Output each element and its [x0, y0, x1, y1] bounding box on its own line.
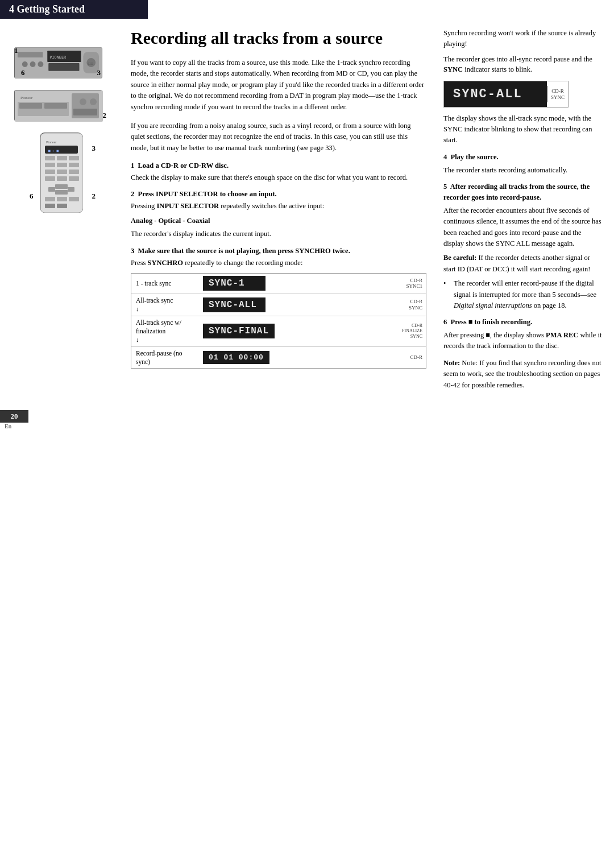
- sync-indicator-3: CD-RFINALIZESYNC: [402, 323, 422, 340]
- sync-row-1: 1 - track sync SYNC-1 CD-RSYNC1: [131, 274, 426, 294]
- step-2-header: 2 Press INPUT SELECTOR to choose an inpu…: [131, 190, 426, 199]
- svg-point-17: [80, 98, 86, 105]
- svg-point-2: [22, 61, 28, 67]
- bullet-text: The recorder will enter record-pause if …: [454, 278, 603, 311]
- step-2-sub-body: The recorder's display indicates the cur…: [131, 229, 426, 239]
- sync-all-display: SYNC-ALL CD-RSYNC: [443, 81, 569, 108]
- svg-rect-40: [45, 197, 55, 201]
- note-text: Note: Note: If you find that synchro rec…: [443, 358, 603, 391]
- svg-rect-30: [45, 170, 55, 174]
- step-1-heading: Load a CD-R or CD-RW disc.: [138, 162, 229, 170]
- svg-text:PIONEER: PIONEER: [49, 55, 67, 60]
- main-content: Recording all tracks from a source If yo…: [119, 19, 438, 400]
- step-5-number: 5: [443, 183, 447, 191]
- label-2b: 2: [92, 192, 96, 201]
- page-title: Recording all tracks from a source: [131, 28, 426, 48]
- svg-rect-34: [57, 176, 67, 181]
- step-4-heading: Play the source.: [451, 153, 499, 161]
- sync-label-2: All-track sync↓: [131, 294, 200, 316]
- step-5: 5 After recording all tracks from the so…: [443, 181, 603, 311]
- step-5-header: 5 After recording all tracks from the so…: [443, 181, 603, 203]
- device-image-3: Pioneer ■ ▸ ■: [14, 133, 111, 212]
- svg-rect-14: [19, 103, 42, 109]
- step-3-number: 3: [131, 247, 134, 255]
- step-2-heading: Press INPUT SELECTOR to choose an input.: [138, 190, 277, 198]
- display-caption: The display shows the all-track sync mod…: [443, 113, 603, 145]
- device-image-1: PIONEER CD 1 6 3: [14, 47, 111, 78]
- svg-rect-39: [68, 187, 74, 192]
- sync-display-2: SYNC-ALL: [203, 297, 265, 312]
- sync-indicator-4: CD-R: [410, 354, 422, 361]
- svg-rect-7: [48, 63, 79, 71]
- svg-rect-42: [69, 197, 79, 201]
- sync-display-4: 01 01 00:00: [203, 351, 269, 364]
- sync-display-cell-3: SYNC-FINAL CD-RFINALIZESYNC: [200, 321, 426, 342]
- sync-display-cell-1: SYNC-1 CD-RSYNC1: [200, 274, 426, 293]
- step-4-body: The recorder starts recording automatica…: [443, 165, 603, 176]
- svg-text:Pioneer: Pioneer: [20, 96, 33, 100]
- sync-display-cell-4: 01 01 00:00 CD-R: [200, 349, 426, 366]
- device-unit-2: Pioneer: [14, 90, 102, 121]
- step-5-body-text: After the recorder encounters about five…: [443, 205, 603, 250]
- page-number: 20: [0, 410, 28, 423]
- remote-control: Pioneer ■ ▸ ■: [40, 133, 82, 212]
- device-image-2: Pioneer 2: [14, 90, 111, 121]
- step-3: 3 Make sure that the source is not playi…: [131, 247, 426, 369]
- svg-text:Pioneer: Pioneer: [46, 140, 56, 144]
- svg-rect-37: [55, 190, 68, 195]
- svg-point-18: [90, 98, 97, 105]
- step-6-number: 6: [443, 318, 447, 326]
- label-3b: 3: [92, 144, 96, 153]
- device-unit-1-svg: PIONEER CD: [15, 47, 102, 78]
- sync-display-1: SYNC-1: [203, 276, 265, 291]
- chapter-header: 4 Getting Started: [0, 0, 148, 19]
- svg-point-3: [30, 61, 36, 67]
- sync-label-1: 1 - track sync: [131, 277, 200, 290]
- intro-para-1: If you want to copy all the tracks from …: [131, 57, 426, 113]
- svg-rect-31: [57, 170, 67, 174]
- svg-rect-28: [57, 163, 67, 167]
- step-3-body: Press SYNCHRO repeatedly to change the r…: [131, 258, 426, 268]
- svg-point-4: [38, 61, 43, 67]
- svg-rect-15: [44, 103, 67, 109]
- step-1: 1 Load a CD-R or CD-RW disc. Check the d…: [131, 162, 426, 183]
- step-4-number: 4: [443, 153, 447, 161]
- svg-rect-29: [69, 163, 79, 167]
- step-6-body-text: After pressing ■, the display shows PMA …: [443, 330, 603, 352]
- remote-svg: Pioneer ■ ▸ ■: [40, 133, 83, 213]
- sync-all-indicator: CD-RSYNC: [547, 86, 568, 103]
- sync-all-screen: SYNC-ALL: [444, 81, 547, 107]
- step-5-heading: After recording all tracks from the sour…: [443, 183, 590, 201]
- svg-rect-44: [57, 204, 67, 208]
- step-1-number: 1: [131, 162, 134, 170]
- svg-rect-1: [18, 52, 43, 57]
- label-6: 6: [21, 68, 25, 77]
- step-3-heading: Make sure that the source is not playing…: [138, 247, 350, 255]
- label-3: 3: [97, 68, 101, 77]
- svg-rect-41: [57, 197, 67, 201]
- step-4-header: 4 Play the source.: [443, 152, 603, 163]
- step-2: 2 Press INPUT SELECTOR to choose an inpu…: [131, 190, 426, 239]
- intro-para-2: If you are recording from a noisy analog…: [131, 121, 426, 154]
- svg-rect-32: [69, 170, 79, 174]
- step-5-body: After the recorder encounters about five…: [443, 205, 603, 311]
- right-intro-text: Synchro recording won't work if the sour…: [443, 28, 603, 49]
- sync-row-4: Record-pause (no sync) 01 01 00:00 CD-R: [131, 347, 426, 369]
- svg-rect-19: [73, 109, 97, 115]
- sync-display-cell-2: SYNC-ALL CD-RSYNC: [200, 295, 426, 315]
- svg-rect-26: [69, 156, 79, 160]
- left-sidebar: PIONEER CD 1 6 3 Pioneer: [0, 19, 119, 400]
- locale-label: En: [5, 423, 11, 429]
- svg-text:CD: CD: [88, 61, 93, 65]
- right-column: Synchro recording won't work if the sour…: [438, 19, 614, 400]
- label-1: 1: [14, 46, 18, 55]
- svg-text:■ ▸ ■: ■ ▸ ■: [48, 148, 59, 152]
- sync-label-3: All-track sync w/ finalization↓: [131, 316, 200, 346]
- step-2-number: 2: [131, 190, 134, 198]
- svg-rect-35: [69, 176, 79, 181]
- svg-rect-24: [45, 156, 55, 160]
- sync-label-4: Record-pause (no sync): [131, 347, 200, 369]
- sync-row-2: All-track sync↓ SYNC-ALL CD-RSYNC: [131, 294, 426, 316]
- device-unit-1: PIONEER CD: [14, 47, 102, 78]
- bullet-dot: •: [443, 278, 450, 311]
